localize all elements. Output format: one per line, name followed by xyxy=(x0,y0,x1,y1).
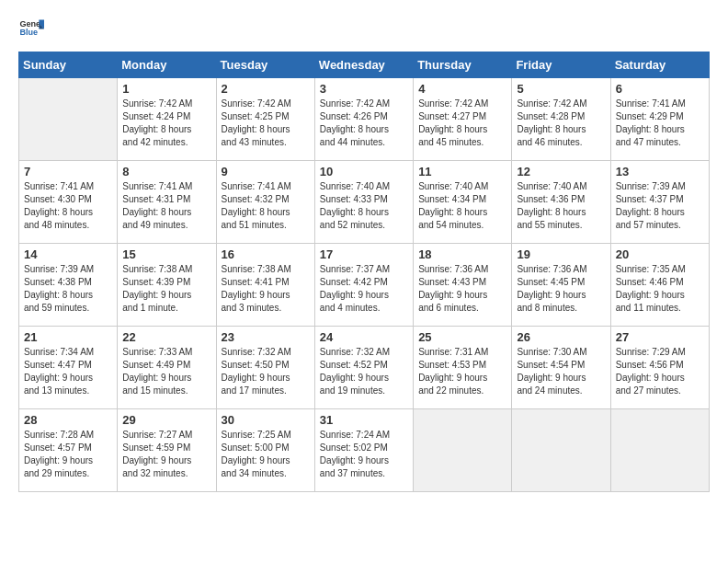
day-number: 4 xyxy=(418,82,506,96)
calendar-cell: 4Sunrise: 7:42 AMSunset: 4:27 PMDaylight… xyxy=(414,78,512,161)
calendar-cell: 2Sunrise: 7:42 AMSunset: 4:25 PMDaylight… xyxy=(216,78,314,161)
day-number: 15 xyxy=(122,247,210,261)
day-number: 23 xyxy=(222,330,310,344)
day-number: 19 xyxy=(517,247,605,261)
day-number: 30 xyxy=(222,413,310,427)
day-number: 18 xyxy=(418,247,506,261)
cell-info: Sunrise: 7:31 AMSunset: 4:53 PMDaylight:… xyxy=(418,346,506,397)
day-number: 24 xyxy=(320,330,408,344)
week-row-3: 14Sunrise: 7:39 AMSunset: 4:38 PMDayligh… xyxy=(19,244,710,327)
header: General Blue xyxy=(18,15,710,40)
cell-info: Sunrise: 7:35 AMSunset: 4:46 PMDaylight:… xyxy=(616,263,704,315)
calendar-cell: 30Sunrise: 7:25 AMSunset: 5:00 PMDayligh… xyxy=(216,409,314,492)
day-number: 10 xyxy=(320,165,408,178)
weekday-header-wednesday: Wednesday xyxy=(314,52,413,78)
day-number: 1 xyxy=(122,82,210,96)
day-number: 5 xyxy=(517,82,605,96)
cell-info: Sunrise: 7:25 AMSunset: 5:00 PMDaylight:… xyxy=(222,429,310,480)
cell-info: Sunrise: 7:42 AMSunset: 4:28 PMDaylight:… xyxy=(517,98,605,149)
calendar-cell: 1Sunrise: 7:42 AMSunset: 4:24 PMDaylight… xyxy=(118,78,216,161)
logo-icon: General Blue xyxy=(18,15,44,40)
day-number: 11 xyxy=(418,165,506,178)
cell-info: Sunrise: 7:37 AMSunset: 4:42 PMDaylight:… xyxy=(320,263,408,315)
day-number: 13 xyxy=(616,165,704,178)
day-number: 9 xyxy=(222,165,310,178)
calendar-cell: 20Sunrise: 7:35 AMSunset: 4:46 PMDayligh… xyxy=(610,244,709,327)
calendar-cell: 9Sunrise: 7:41 AMSunset: 4:32 PMDaylight… xyxy=(216,161,314,244)
cell-info: Sunrise: 7:41 AMSunset: 4:31 PMDaylight:… xyxy=(122,180,210,232)
day-number: 27 xyxy=(616,330,704,344)
day-number: 28 xyxy=(24,413,112,427)
day-number: 21 xyxy=(24,330,112,344)
calendar-cell: 5Sunrise: 7:42 AMSunset: 4:28 PMDaylight… xyxy=(512,78,610,161)
calendar-cell: 6Sunrise: 7:41 AMSunset: 4:29 PMDaylight… xyxy=(610,78,709,161)
cell-info: Sunrise: 7:36 AMSunset: 4:43 PMDaylight:… xyxy=(418,263,506,315)
calendar-cell: 10Sunrise: 7:40 AMSunset: 4:33 PMDayligh… xyxy=(314,161,413,244)
cell-info: Sunrise: 7:39 AMSunset: 4:38 PMDaylight:… xyxy=(24,263,112,315)
cell-info: Sunrise: 7:40 AMSunset: 4:33 PMDaylight:… xyxy=(320,180,408,232)
weekday-header-friday: Friday xyxy=(512,52,610,78)
calendar-cell: 26Sunrise: 7:30 AMSunset: 4:54 PMDayligh… xyxy=(512,327,610,409)
calendar-cell: 15Sunrise: 7:38 AMSunset: 4:39 PMDayligh… xyxy=(118,244,216,327)
calendar-cell xyxy=(610,409,709,492)
calendar-cell: 11Sunrise: 7:40 AMSunset: 4:34 PMDayligh… xyxy=(414,161,512,244)
calendar-cell: 25Sunrise: 7:31 AMSunset: 4:53 PMDayligh… xyxy=(414,327,512,409)
day-number: 31 xyxy=(320,413,408,427)
calendar-cell xyxy=(512,409,610,492)
cell-info: Sunrise: 7:32 AMSunset: 4:50 PMDaylight:… xyxy=(222,346,310,397)
calendar-cell: 14Sunrise: 7:39 AMSunset: 4:38 PMDayligh… xyxy=(19,244,118,327)
week-row-5: 28Sunrise: 7:28 AMSunset: 4:57 PMDayligh… xyxy=(19,409,710,492)
cell-info: Sunrise: 7:36 AMSunset: 4:45 PMDaylight:… xyxy=(517,263,605,315)
cell-info: Sunrise: 7:41 AMSunset: 4:30 PMDaylight:… xyxy=(24,180,112,232)
calendar-cell: 8Sunrise: 7:41 AMSunset: 4:31 PMDaylight… xyxy=(118,161,216,244)
logo: General Blue xyxy=(18,15,44,40)
calendar-cell: 7Sunrise: 7:41 AMSunset: 4:30 PMDaylight… xyxy=(19,161,118,244)
calendar-cell xyxy=(414,409,512,492)
cell-info: Sunrise: 7:42 AMSunset: 4:26 PMDaylight:… xyxy=(320,98,408,149)
day-number: 20 xyxy=(616,247,704,261)
cell-info: Sunrise: 7:32 AMSunset: 4:52 PMDaylight:… xyxy=(320,346,408,397)
cell-info: Sunrise: 7:42 AMSunset: 4:25 PMDaylight:… xyxy=(222,98,310,149)
calendar-cell: 31Sunrise: 7:24 AMSunset: 5:02 PMDayligh… xyxy=(314,409,413,492)
cell-info: Sunrise: 7:42 AMSunset: 4:24 PMDaylight:… xyxy=(122,98,210,149)
day-number: 3 xyxy=(320,82,408,96)
weekday-header-sunday: Sunday xyxy=(19,52,118,78)
day-number: 12 xyxy=(517,165,605,178)
cell-info: Sunrise: 7:41 AMSunset: 4:32 PMDaylight:… xyxy=(222,180,310,232)
day-number: 29 xyxy=(122,413,210,427)
weekday-header-monday: Monday xyxy=(118,52,216,78)
week-row-4: 21Sunrise: 7:34 AMSunset: 4:47 PMDayligh… xyxy=(19,327,710,409)
weekday-header-tuesday: Tuesday xyxy=(216,52,314,78)
calendar-cell xyxy=(19,78,118,161)
weekday-header-thursday: Thursday xyxy=(414,52,512,78)
calendar-cell: 22Sunrise: 7:33 AMSunset: 4:49 PMDayligh… xyxy=(118,327,216,409)
calendar-container: General Blue SundayMondayTuesdayWednesda… xyxy=(0,0,728,507)
cell-info: Sunrise: 7:27 AMSunset: 4:59 PMDaylight:… xyxy=(122,429,210,480)
cell-info: Sunrise: 7:40 AMSunset: 4:34 PMDaylight:… xyxy=(418,180,506,232)
calendar-cell: 29Sunrise: 7:27 AMSunset: 4:59 PMDayligh… xyxy=(118,409,216,492)
calendar-cell: 17Sunrise: 7:37 AMSunset: 4:42 PMDayligh… xyxy=(314,244,413,327)
day-number: 25 xyxy=(418,330,506,344)
day-number: 8 xyxy=(122,165,210,178)
calendar-cell: 13Sunrise: 7:39 AMSunset: 4:37 PMDayligh… xyxy=(610,161,709,244)
cell-info: Sunrise: 7:39 AMSunset: 4:37 PMDaylight:… xyxy=(616,180,704,232)
calendar-cell: 12Sunrise: 7:40 AMSunset: 4:36 PMDayligh… xyxy=(512,161,610,244)
day-number: 22 xyxy=(122,330,210,344)
cell-info: Sunrise: 7:41 AMSunset: 4:29 PMDaylight:… xyxy=(616,98,704,149)
day-number: 2 xyxy=(222,82,310,96)
cell-info: Sunrise: 7:30 AMSunset: 4:54 PMDaylight:… xyxy=(517,346,605,397)
weekday-header-saturday: Saturday xyxy=(610,52,709,78)
week-row-1: 1Sunrise: 7:42 AMSunset: 4:24 PMDaylight… xyxy=(19,78,710,161)
calendar-cell: 19Sunrise: 7:36 AMSunset: 4:45 PMDayligh… xyxy=(512,244,610,327)
cell-info: Sunrise: 7:29 AMSunset: 4:56 PMDaylight:… xyxy=(616,346,704,397)
cell-info: Sunrise: 7:34 AMSunset: 4:47 PMDaylight:… xyxy=(24,346,112,397)
day-number: 14 xyxy=(24,247,112,261)
day-number: 7 xyxy=(24,165,112,178)
calendar-cell: 28Sunrise: 7:28 AMSunset: 4:57 PMDayligh… xyxy=(19,409,118,492)
day-number: 16 xyxy=(222,247,310,261)
cell-info: Sunrise: 7:38 AMSunset: 4:39 PMDaylight:… xyxy=(122,263,210,315)
calendar-cell: 23Sunrise: 7:32 AMSunset: 4:50 PMDayligh… xyxy=(216,327,314,409)
calendar-cell: 27Sunrise: 7:29 AMSunset: 4:56 PMDayligh… xyxy=(610,327,709,409)
day-number: 17 xyxy=(320,247,408,261)
svg-text:Blue: Blue xyxy=(19,28,38,37)
